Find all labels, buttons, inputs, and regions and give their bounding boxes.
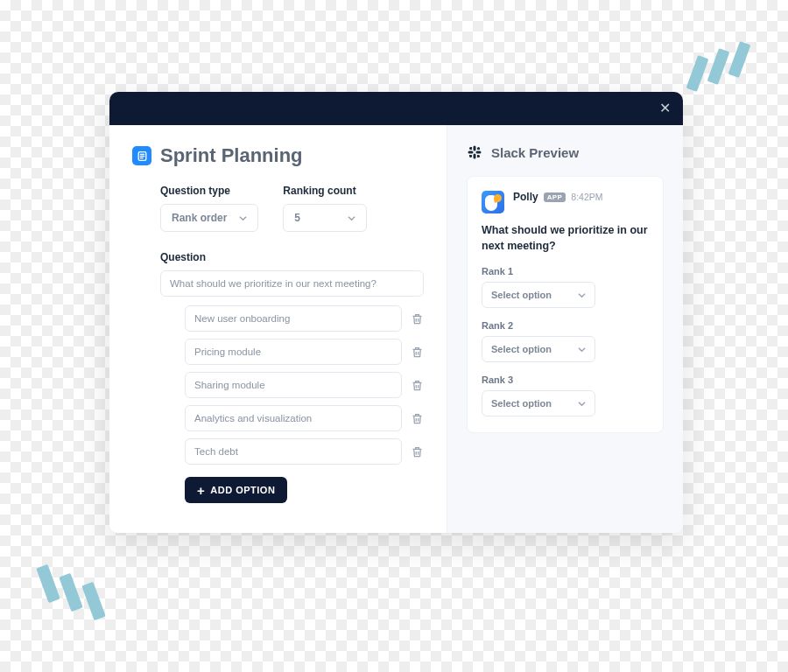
rank-label: Rank 3: [482, 374, 649, 385]
trash-icon[interactable]: [411, 346, 424, 359]
message-time: 8:42PM: [571, 192, 602, 202]
option-input[interactable]: [185, 438, 402, 465]
option-input[interactable]: [185, 339, 402, 365]
modal: ✕ Sprint Planning Question ty: [109, 92, 683, 533]
svg-rect-15: [477, 155, 479, 158]
preview-pane: Slack Preview Polly APP 8:42PM What shou…: [447, 125, 683, 533]
document-icon: [132, 146, 151, 165]
page-title: Sprint Planning: [160, 144, 303, 167]
trash-icon[interactable]: [411, 412, 424, 425]
rank-select[interactable]: Select option: [482, 282, 595, 308]
options-list: + ADD OPTION: [160, 305, 424, 503]
svg-rect-13: [469, 155, 472, 157]
rank-label: Rank 2: [482, 320, 649, 331]
rank-select-placeholder: Select option: [491, 290, 552, 300]
rank-select-placeholder: Select option: [491, 398, 552, 409]
slack-icon: [467, 144, 482, 160]
avatar: [482, 191, 504, 214]
option-input[interactable]: [185, 405, 402, 431]
add-option-label: ADD OPTION: [210, 485, 275, 495]
svg-rect-5: [474, 154, 476, 159]
rank-label: Rank 1: [482, 266, 649, 276]
chevron-down-icon: [239, 214, 247, 222]
svg-rect-7: [476, 151, 482, 154]
trash-icon[interactable]: [411, 445, 424, 458]
ranking-count-label: Ranking count: [283, 185, 367, 197]
question-input[interactable]: [160, 270, 424, 297]
decorative-strokes-bottom-left: [42, 565, 112, 626]
option-row: [185, 339, 424, 365]
trash-icon[interactable]: [411, 312, 424, 326]
option-input[interactable]: [185, 305, 402, 332]
decorative-strokes-top-right: [692, 42, 753, 94]
preview-card: Polly APP 8:42PM What should we prioriti…: [467, 176, 664, 433]
svg-rect-4: [474, 146, 476, 151]
question-type-select[interactable]: Rank order: [160, 204, 258, 232]
preview-title: Slack Preview: [491, 145, 579, 160]
sender-name: Polly: [513, 191, 538, 203]
app-badge: APP: [544, 192, 566, 202]
question-type-value: Rank order: [172, 212, 227, 224]
trash-icon[interactable]: [411, 379, 424, 392]
question-type-label: Question type: [160, 185, 258, 197]
question-label: Question: [160, 251, 424, 263]
option-row: [185, 438, 424, 465]
modal-titlebar: ✕: [109, 92, 683, 125]
chevron-down-icon: [578, 346, 586, 354]
svg-rect-9: [471, 147, 473, 150]
ranking-count-select[interactable]: 5: [283, 204, 367, 232]
rank-select[interactable]: Select option: [482, 336, 595, 362]
rank-select-placeholder: Select option: [491, 344, 552, 354]
preview-question: What should we prioritize in our next me…: [482, 222, 649, 254]
plus-icon: +: [197, 486, 205, 495]
chevron-down-icon: [578, 291, 586, 299]
editor-pane: Sprint Planning Question type Rank order: [109, 125, 447, 533]
add-option-button[interactable]: + ADD OPTION: [185, 477, 287, 503]
rank-select[interactable]: Select option: [482, 390, 595, 416]
ranking-count-value: 5: [294, 212, 300, 224]
chevron-down-icon: [348, 214, 355, 222]
option-row: [185, 372, 424, 398]
close-icon[interactable]: ✕: [659, 102, 671, 116]
option-input[interactable]: [185, 372, 402, 398]
svg-rect-6: [468, 151, 474, 154]
option-row: [185, 305, 424, 332]
chevron-down-icon: [578, 400, 586, 408]
svg-rect-11: [477, 149, 480, 150]
option-row: [185, 405, 424, 431]
